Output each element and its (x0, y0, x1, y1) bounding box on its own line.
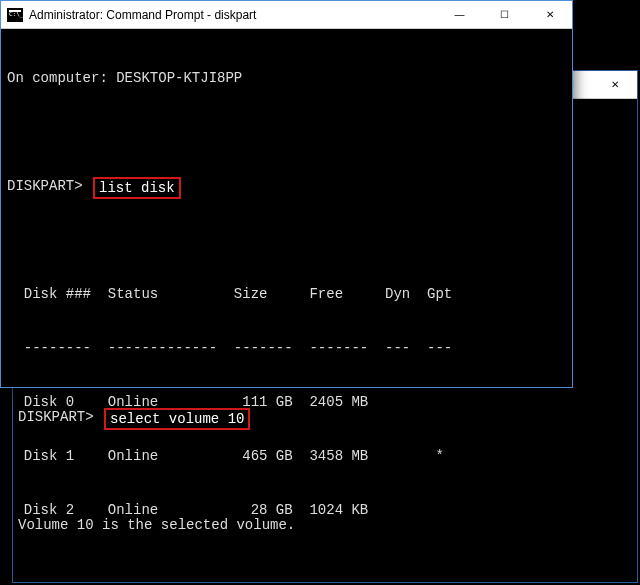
terminal-front: On computer: DESKTOP-KTJI8PP DISKPART> l… (1, 29, 572, 585)
blank (7, 555, 566, 573)
blank (7, 231, 566, 249)
prompt: DISKPART> (7, 178, 83, 194)
maximize-button[interactable]: ☐ (482, 1, 527, 29)
close-button[interactable]: ✕ (592, 71, 637, 99)
disk-row: Disk 0 Online 111 GB 2405 MB (7, 393, 566, 411)
disk-header: Disk ### Status Size Free Dyn Gpt (7, 285, 566, 303)
disk-row: Disk 2 Online 28 GB 1024 KB (7, 501, 566, 519)
minimize-button[interactable]: — (437, 1, 482, 29)
cmd-list-disk: list disk (93, 177, 181, 199)
titlebar-front[interactable]: Administrator: Command Prompt - diskpart… (1, 1, 572, 29)
line-on-computer: On computer: DESKTOP-KTJI8PP (7, 69, 566, 87)
prompt-line: DISKPART> list disk (7, 177, 566, 195)
disk-row: Disk 1 Online 465 GB 3458 MB * (7, 447, 566, 465)
blank (7, 123, 566, 141)
window-title: Administrator: Command Prompt - diskpart (29, 8, 256, 22)
disk-dashes: -------- ------------- ------- ------- -… (7, 339, 566, 357)
cmd-icon (7, 8, 23, 22)
close-button[interactable]: ✕ (527, 1, 572, 29)
cmd-window-front: Administrator: Command Prompt - diskpart… (0, 0, 573, 388)
